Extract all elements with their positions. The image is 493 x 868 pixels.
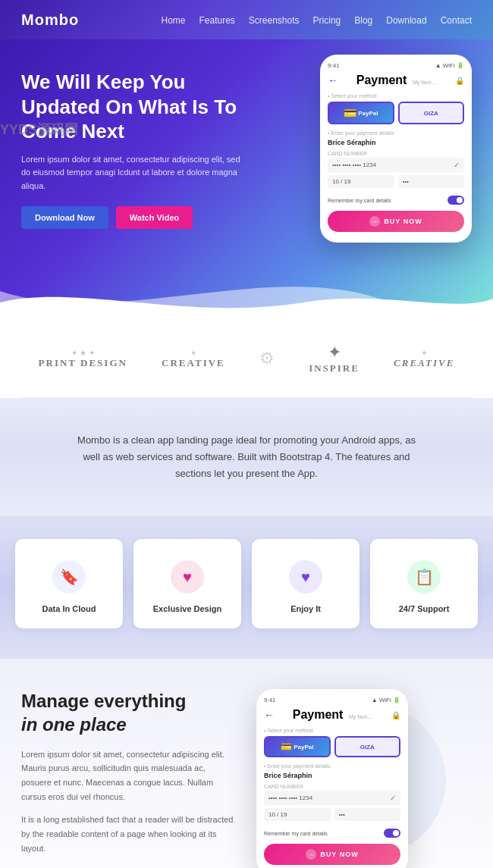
phone-header: ← Payment My favo... 🔒	[328, 74, 464, 87]
about-text: Mombo is a clean app landing page ideal …	[72, 432, 421, 482]
feature-card-support: 📋 24/7 Support	[370, 539, 478, 628]
manage-phone-wrap: 9:41 ▲ WiFi 🔋 ← Payment My favo... 🔒 • S…	[256, 689, 423, 868]
hero-section: We Will Keep You Updated On What Is To C…	[0, 39, 493, 320]
manage-buy-button[interactable]: → BUY NOW	[264, 844, 400, 865]
phone-remember-row: Remember my card details	[328, 196, 464, 205]
manage-para1: Lorem ipsum dolor sit amet, consectetur …	[21, 747, 234, 804]
features-grid: 🔖 Data In Cloud ♥ Exclusive Design ♥ Enj…	[15, 539, 478, 628]
hero-content: We Will Keep You Updated On What Is To C…	[21, 70, 249, 229]
phone-buy-button[interactable]: → BUY NOW	[328, 211, 464, 232]
partner-gear-icon: ⚙	[259, 349, 275, 368]
feature-card-cloud: 🔖 Data In Cloud	[15, 539, 123, 628]
partner-4: ✦ INSPIRE	[309, 343, 360, 374]
manage-buy-icon: →	[306, 849, 316, 860]
partner-2: ✦ CREATIVE	[162, 349, 225, 369]
manage-remember-row: Remember my card details	[264, 829, 400, 838]
manage-phone-lock-icon: 🔒	[391, 711, 400, 719]
partner-5: ✦ CREATIVE	[394, 349, 454, 369]
buy-icon: →	[369, 216, 380, 227]
nav-features[interactable]: Features	[199, 15, 234, 26]
manage-phone-back-icon[interactable]: ←	[264, 709, 275, 721]
phone-cardholder-name: Brice Séraphin	[328, 139, 464, 146]
manage-cardholder-name: Brice Séraphin	[264, 772, 400, 779]
manage-section: Manage everything in one place Lorem ips…	[0, 659, 493, 868]
features-section: 🔖 Data In Cloud ♥ Exclusive Design ♥ Enj…	[0, 516, 493, 659]
phone-lock-icon: 🔒	[455, 77, 464, 85]
manage-cvv[interactable]: •••	[334, 808, 401, 821]
feature-card-design: ♥ Exclusive Design	[133, 539, 241, 628]
manage-phone-details-label: • Enter your payment details	[264, 763, 400, 769]
phone-topbar: 9:41 ▲ WiFi 🔋	[328, 62, 464, 69]
feature-label-enjoy: Enjoy It	[262, 604, 349, 613]
cloud-icon: 🔖	[52, 560, 86, 594]
phone-card-label: CARD NUMBER	[328, 151, 464, 156]
nav-blog[interactable]: Blog	[354, 15, 372, 26]
hero-buttons: Download Now Watch Video	[21, 206, 249, 229]
manage-phone-methods: 💳 PayPal GIZA	[264, 736, 400, 757]
phone-details-label: • Enter your payment details	[328, 130, 464, 136]
card-check-icon: ✓	[454, 161, 460, 169]
phone-back-icon[interactable]: ←	[328, 74, 338, 86]
manage-expiry-cvv-row: 10 / 19 •••	[264, 808, 400, 824]
nav-home[interactable]: Home	[161, 15, 185, 26]
paypal-method[interactable]: 💳 PayPal	[328, 102, 394, 124]
nav-screenshots[interactable]: Screenshots	[249, 15, 300, 26]
partner-3: ⚙	[259, 349, 275, 368]
manage-toggle[interactable]	[384, 829, 400, 838]
enjoy-icon: ♥	[289, 560, 322, 594]
design-icon: ♥	[171, 560, 204, 594]
phone-method-label: • Select your method	[328, 93, 464, 99]
phone-toggle[interactable]	[447, 196, 464, 205]
feature-label-design: Exclusive Design	[144, 604, 231, 613]
feature-label-support: 24/7 Support	[381, 604, 467, 613]
nav-pricing[interactable]: Pricing	[313, 15, 341, 26]
manage-heading: Manage everything in one place	[21, 689, 234, 736]
nav-download[interactable]: Download	[386, 15, 426, 26]
manage-phone-time: 9:41	[264, 697, 276, 703]
hero-heading: We Will Keep You Updated On What Is To C…	[21, 70, 249, 144]
phone-expiry-input[interactable]: 10 / 19	[328, 175, 394, 188]
manage-card-label: CARD NUMBER	[264, 784, 400, 789]
manage-expiry[interactable]: 10 / 19	[264, 808, 331, 821]
manage-para2: It is a long established fact that a rea…	[21, 813, 234, 855]
manage-phone-topbar: 9:41 ▲ WiFi 🔋	[264, 697, 400, 703]
partners-section: ✦ ★ ✦ PRINT DESIGN ✦ CREATIVE ⚙ ✦ INSPIR…	[0, 320, 493, 397]
manage-giza-method[interactable]: GIZA	[334, 736, 401, 757]
phone-expiry-cvv-row: 10 / 19 •••	[328, 175, 464, 191]
nav-links: Home Features Screenshots Pricing Blog D…	[161, 13, 472, 27]
giza-method[interactable]: GIZA	[398, 102, 465, 124]
hero-description: Lorem ipsum dolor sit amet, consectetur …	[21, 153, 249, 193]
phone-title: Payment My favo...	[356, 74, 436, 87]
manage-card-input[interactable]: •••• •••• •••• 1234 ✓	[264, 791, 400, 805]
feature-card-enjoy: ♥ Enjoy It	[252, 539, 360, 628]
phone-status-icons: ▲ WiFi 🔋	[435, 62, 464, 69]
manage-phone-title: Payment My favo...	[293, 708, 372, 722]
manage-card-check: ✓	[390, 794, 396, 802]
nav-contact[interactable]: Contact	[441, 15, 472, 26]
partner-1: ✦ ★ ✦ PRINT DESIGN	[39, 349, 127, 369]
manage-phone-method-label: • Select your method	[264, 728, 400, 733]
download-button[interactable]: Download Now	[21, 206, 108, 229]
hero-phone-mockup: 9:41 ▲ WiFi 🔋 ← Payment My favo... 🔒 • S…	[320, 55, 472, 243]
support-icon: 📋	[407, 560, 441, 594]
manage-phone-mockup: 9:41 ▲ WiFi 🔋 ← Payment My favo... 🔒 • S…	[256, 689, 408, 868]
manage-phone-header: ← Payment My favo... 🔒	[264, 708, 400, 722]
navbar: Mombo Home Features Screenshots Pricing …	[0, 0, 493, 39]
phone-payment-methods: 💳 PayPal GIZA	[328, 102, 464, 124]
phone-time: 9:41	[328, 62, 340, 69]
phone-card-input[interactable]: •••• •••• •••• 1234 ✓	[328, 158, 464, 172]
manage-paypal-method[interactable]: 💳 PayPal	[264, 736, 331, 757]
watch-video-button[interactable]: Watch Video	[116, 206, 193, 229]
manage-phone-status: ▲ WiFi 🔋	[372, 697, 400, 703]
brand-logo: Mombo	[21, 11, 79, 29]
feature-label-cloud: Data In Cloud	[26, 604, 112, 613]
phone-cvv-input[interactable]: •••	[398, 175, 465, 188]
about-section: Mombo is a clean app landing page ideal …	[0, 398, 493, 516]
hero-wave	[0, 261, 493, 320]
manage-content: Manage everything in one place Lorem ips…	[21, 689, 234, 868]
